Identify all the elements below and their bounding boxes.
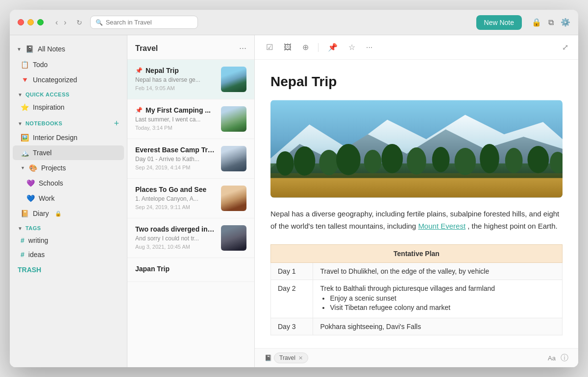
- mount-everest-link[interactable]: Mount Everest: [418, 222, 466, 230]
- tags-header[interactable]: ▼ TAGS: [10, 221, 127, 233]
- svg-point-15: [505, 148, 523, 173]
- tag-badge-travel[interactable]: Travel ✕: [274, 353, 308, 363]
- inspiration-icon: ⭐: [21, 103, 29, 111]
- sidebar-item-interior-design[interactable]: 🖼️ Interior Design: [13, 130, 124, 145]
- note-hero-image: [270, 100, 563, 198]
- add-notebook-button[interactable]: +: [114, 119, 119, 128]
- checkbox-icon[interactable]: ☑: [265, 41, 274, 53]
- svg-point-9: [364, 150, 382, 173]
- note-preview: Nepal has a diverse ge...: [135, 76, 215, 83]
- quick-access-label: QUICK ACCESS: [25, 92, 70, 97]
- note-thumbnail: [221, 186, 246, 211]
- settings-icon[interactable]: ⚙️: [561, 18, 570, 27]
- tag-label: writing: [28, 236, 48, 244]
- nav-buttons: ‹ ›: [53, 17, 69, 28]
- sidebar-item-label: Interior Design: [33, 134, 77, 141]
- maximize-button[interactable]: [37, 19, 44, 25]
- copy-icon[interactable]: ⧉: [548, 18, 554, 27]
- refresh-button[interactable]: ↻: [74, 18, 84, 27]
- minimize-button[interactable]: [27, 19, 34, 25]
- table-activity: Pokhara sightseeing, Davi's Falls: [313, 318, 563, 335]
- tags-chevron: ▼: [18, 226, 23, 231]
- search-bar: 🔍: [90, 16, 198, 29]
- quick-access-header[interactable]: ▼ QUICK ACCESS: [10, 88, 127, 99]
- sidebar-tag-writing[interactable]: # writing: [13, 234, 124, 247]
- note-thumbnail: [221, 67, 246, 92]
- note-card-places[interactable]: Places To Go and See 1. Antelope Canyon,…: [127, 179, 254, 218]
- note-card-everest[interactable]: Everest Base Camp Trek Day 01 - Arrive t…: [127, 139, 254, 179]
- note-list: Travel ··· 📌 Nepal Trip Nepal has a dive…: [127, 35, 255, 367]
- note-date: Feb 14, 9:05 AM: [135, 85, 215, 91]
- forward-button[interactable]: ›: [62, 17, 68, 28]
- note-card-camping[interactable]: 📌 My First Camping ... Last summer, I we…: [127, 99, 254, 139]
- sidebar-item-inspiration[interactable]: ⭐ Inspiration: [13, 100, 124, 115]
- notebooks-header[interactable]: ▼ NOTEBOOKS +: [10, 115, 127, 130]
- note-date: Today, 3:14 PM: [135, 125, 215, 131]
- svg-point-16: [527, 146, 549, 173]
- table-activity: Travel to Dhulikhel, on the edge of the …: [313, 262, 563, 280]
- note-list-header: Travel ···: [127, 35, 254, 60]
- note-card-japan[interactable]: Japan Trip: [127, 258, 254, 282]
- note-title: Places To Go and See: [135, 186, 206, 193]
- search-input[interactable]: [106, 19, 193, 26]
- expand-icon[interactable]: ⤢: [562, 43, 568, 52]
- title-bar-icons: 🔒 ⧉ ⚙️: [532, 18, 570, 27]
- note-title: Everest Base Camp Trek: [135, 146, 215, 154]
- sidebar-item-uncategorized[interactable]: 🔻 Uncategorized: [13, 72, 124, 87]
- notebooks-chevron: ▼: [18, 121, 23, 126]
- note-body-paragraph: Nepal has a diverse geography, including…: [270, 208, 563, 233]
- hash-icon: #: [21, 251, 24, 259]
- sidebar-item-projects[interactable]: ▼ 🎨 Projects: [13, 161, 124, 175]
- traffic-lights: [18, 19, 44, 25]
- table-row: Day 1 Travel to Dhulikhel, on the edge o…: [271, 262, 563, 280]
- note-card-header: Everest Base Camp Trek: [135, 146, 215, 154]
- note-card-nepal[interactable]: 📌 Nepal Trip Nepal has a diverse ge... F…: [127, 60, 254, 99]
- image-icon[interactable]: 🖼: [282, 42, 293, 53]
- sidebar-item-label: Inspiration: [33, 103, 65, 111]
- info-icon[interactable]: ⓘ: [561, 353, 568, 363]
- back-button[interactable]: ‹: [53, 17, 60, 28]
- sidebar-item-label: Diary: [33, 210, 49, 217]
- work-icon: 💙: [26, 194, 35, 202]
- note-preview: Day 01 - Arrive to Kath...: [135, 156, 215, 163]
- diary-lock-icon: 🔒: [55, 211, 62, 217]
- sidebar-item-todo[interactable]: 📋 Todo: [13, 57, 124, 72]
- note-title: Japan Trip: [135, 265, 170, 273]
- note-date: Aug 3, 2021, 10:45 AM: [135, 244, 215, 250]
- more-icon[interactable]: ···: [365, 42, 374, 53]
- note-card-roads[interactable]: Two roads diverged in ... And sorry I co…: [127, 218, 254, 258]
- editor-content: Nepal Trip: [255, 60, 578, 348]
- star-icon[interactable]: ☆: [347, 41, 357, 53]
- note-title: Nepal Trip: [146, 67, 179, 74]
- note-thumbnail: [221, 106, 246, 132]
- new-note-button[interactable]: New Note: [476, 15, 522, 30]
- pin-icon[interactable]: 📌: [326, 41, 339, 53]
- title-bar: ‹ › ↻ 🔍 New Note 🔒 ⧉ ⚙️: [10, 10, 578, 35]
- sidebar-item-diary[interactable]: 📔 Diary 🔒: [13, 206, 124, 221]
- sidebar-item-travel[interactable]: 🏔️ Travel: [13, 145, 124, 160]
- note-card-content: Japan Trip: [135, 265, 246, 275]
- tag-remove-button[interactable]: ✕: [298, 355, 303, 361]
- note-date: Sep 24, 2019, 4:14 PM: [135, 165, 215, 170]
- close-button[interactable]: [18, 19, 24, 25]
- all-notes-row[interactable]: ▼ 📓 All Notes: [10, 41, 127, 57]
- main-layout: ▼ 📓 All Notes 📋 Todo 🔻 Uncategorized ▼ Q…: [10, 35, 578, 367]
- table-row: Day 3 Pokhara sightseeing, Davi's Falls: [271, 318, 563, 335]
- schools-icon: 💜: [26, 179, 35, 187]
- sidebar: ▼ 📓 All Notes 📋 Todo 🔻 Uncategorized ▼ Q…: [10, 35, 127, 367]
- table-day: Day 3: [271, 318, 313, 335]
- note-card-content: Everest Base Camp Trek Day 01 - Arrive t…: [135, 146, 215, 170]
- lock-icon[interactable]: 🔒: [532, 18, 541, 27]
- sidebar-item-schools[interactable]: 💜 Schools: [13, 176, 124, 190]
- sidebar-item-work[interactable]: 💙 Work: [13, 191, 124, 206]
- tags-label: TAGS: [25, 225, 41, 231]
- table-activity-text: Trek to Balthali through picturesque vil…: [320, 284, 495, 292]
- font-size-indicator[interactable]: Aa: [548, 354, 556, 362]
- add-icon[interactable]: ⊕: [301, 41, 310, 53]
- quick-access-chevron: ▼: [18, 92, 23, 97]
- sidebar-item-label: Travel: [33, 149, 51, 157]
- trash-item[interactable]: TRASH: [10, 262, 127, 278]
- sidebar-tag-ideas[interactable]: # ideas: [13, 248, 124, 261]
- note-list-more-button[interactable]: ···: [239, 43, 246, 53]
- note-card-content: 📌 Nepal Trip Nepal has a diverse ge... F…: [135, 67, 215, 91]
